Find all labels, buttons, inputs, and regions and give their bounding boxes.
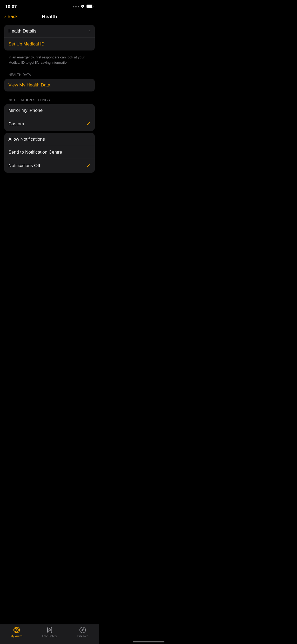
notification-options-card: Allow Notifications Send to Notification… bbox=[4, 133, 95, 173]
health-details-card: Health Details › Set Up Medical ID bbox=[4, 25, 95, 50]
view-health-data-card: View My Health Data bbox=[4, 79, 95, 91]
setup-medical-id-row[interactable]: Set Up Medical ID bbox=[4, 38, 95, 50]
notifications-off-label: Notifications Off bbox=[8, 163, 40, 168]
main-content: Health Details › Set Up Medical ID In an… bbox=[0, 23, 99, 201]
nav-bar: ‹ Back Health bbox=[0, 12, 99, 23]
signal-icon bbox=[73, 6, 79, 7]
page-title: Health bbox=[42, 14, 57, 20]
allow-notifications-label: Allow Notifications bbox=[8, 137, 45, 142]
view-health-data-row[interactable]: View My Health Data bbox=[4, 79, 95, 91]
custom-row[interactable]: Custom ✓ bbox=[4, 117, 95, 131]
notifications-off-row[interactable]: Notifications Off ✓ bbox=[4, 159, 95, 173]
back-chevron-icon: ‹ bbox=[4, 14, 6, 20]
send-to-centre-label: Send to Notification Centre bbox=[8, 150, 62, 155]
battery-icon bbox=[86, 4, 94, 9]
mirror-iphone-row[interactable]: Mirror my iPhone bbox=[4, 104, 95, 117]
setup-medical-id-label: Set Up Medical ID bbox=[8, 42, 45, 47]
notification-mode-card: Mirror my iPhone Custom ✓ bbox=[4, 104, 95, 131]
wifi-icon bbox=[81, 4, 85, 9]
health-details-row[interactable]: Health Details › bbox=[4, 25, 95, 38]
custom-label: Custom bbox=[8, 121, 24, 127]
status-time: 10:07 bbox=[5, 4, 17, 10]
health-data-header: HEALTH DATA bbox=[4, 68, 95, 79]
status-icons bbox=[73, 4, 94, 9]
send-to-centre-row[interactable]: Send to Notification Centre bbox=[4, 146, 95, 159]
notifications-off-checkmark-icon: ✓ bbox=[86, 163, 91, 169]
medical-id-description: In an emergency, first responders can lo… bbox=[4, 53, 95, 68]
svg-rect-2 bbox=[87, 5, 92, 8]
status-bar: 10:07 bbox=[0, 0, 99, 12]
back-button[interactable]: ‹ Back bbox=[4, 14, 17, 20]
mirror-iphone-label: Mirror my iPhone bbox=[8, 108, 43, 113]
allow-notifications-row[interactable]: Allow Notifications bbox=[4, 133, 95, 146]
health-details-chevron-icon: › bbox=[89, 29, 91, 34]
back-label: Back bbox=[8, 14, 18, 19]
notification-settings-header: NOTIFICATION SETTINGS bbox=[4, 94, 95, 104]
view-health-data-label: View My Health Data bbox=[8, 82, 50, 88]
health-details-label: Health Details bbox=[8, 29, 36, 34]
custom-checkmark-icon: ✓ bbox=[86, 121, 91, 127]
